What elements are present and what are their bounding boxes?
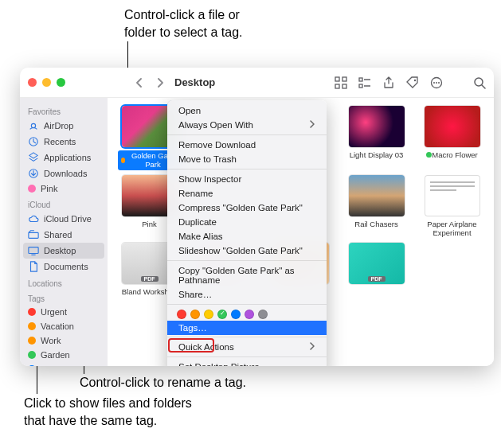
chevron-right-icon — [309, 342, 315, 352]
sidebar-tag-item[interactable]: Weekend — [20, 362, 108, 366]
svg-point-10 — [433, 82, 435, 84]
tag-color-option[interactable] — [258, 310, 268, 319]
context-menu-item[interactable]: Compress "Golden Gate Park" — [167, 201, 327, 215]
chevron-right-icon — [309, 120, 315, 130]
minimize-button[interactable] — [42, 78, 51, 87]
file-label: Light Display 03 — [350, 150, 404, 159]
close-button[interactable] — [28, 78, 37, 87]
svg-rect-2 — [335, 84, 339, 88]
context-menu-item[interactable]: Set Desktop Picture — [167, 360, 327, 366]
sidebar-section-title: Locations — [20, 275, 108, 290]
context-menu-item-label: Set Desktop Picture — [178, 362, 260, 366]
share-button[interactable] — [382, 76, 395, 89]
group-button[interactable] — [358, 76, 371, 89]
svg-rect-19 — [29, 247, 38, 254]
app-icon — [28, 152, 39, 163]
file-label: Macro Flower — [426, 150, 478, 159]
sidebar-item[interactable]: Shared — [20, 227, 108, 243]
finder-window: Desktop FavoritesAirDropRecentsApplicati… — [20, 68, 494, 366]
sidebar-item[interactable]: AirDrop — [20, 118, 108, 134]
sidebar-item[interactable]: Desktop — [23, 243, 104, 259]
shared-icon — [28, 229, 39, 240]
context-menu-item[interactable]: Always Open With — [167, 118, 327, 132]
sidebar-item[interactable]: Downloads — [20, 166, 108, 181]
sidebar-tag-item[interactable]: Vacation — [20, 319, 108, 333]
tag-color-option[interactable] — [204, 310, 213, 319]
context-menu-item[interactable]: Rename — [167, 186, 327, 201]
sidebar-item[interactable]: Applications — [20, 150, 108, 166]
file-item[interactable]: Light Display 03 — [341, 106, 412, 170]
file-thumbnail — [349, 175, 405, 216]
context-menu-item[interactable]: Show Inspector — [167, 172, 327, 186]
sidebar-tag-item[interactable]: Work — [20, 333, 108, 348]
context-menu-item[interactable]: Quick Actions — [167, 340, 327, 354]
context-menu-item[interactable]: Share… — [167, 287, 327, 302]
download-icon — [28, 168, 39, 179]
context-menu-item[interactable]: Open — [167, 103, 327, 118]
sidebar-item-label: Recents — [44, 137, 76, 146]
tags-button[interactable] — [406, 76, 419, 89]
context-menu-separator — [167, 337, 327, 337]
sidebar-item-label: Desktop — [44, 246, 76, 255]
svg-point-11 — [436, 82, 437, 84]
sidebar-item[interactable]: Documents — [20, 259, 108, 275]
sidebar-item[interactable]: iCloud Drive — [20, 211, 108, 227]
tag-dot-icon — [28, 365, 36, 366]
sidebar-tag-item[interactable]: Pink — [20, 181, 108, 196]
file-thumbnail — [425, 106, 480, 147]
pdf-badge: PDF — [141, 276, 159, 282]
sidebar-tag-item[interactable]: Urgent — [20, 305, 108, 319]
context-menu-item-label: Compress "Golden Gate Park" — [178, 203, 303, 212]
context-menu-item[interactable]: Remove Download — [167, 138, 327, 152]
maximize-button[interactable] — [57, 78, 65, 87]
context-menu-item-label: Always Open With — [178, 120, 253, 130]
context-menu-item-label: Show Inspector — [178, 174, 241, 184]
file-thumbnail — [349, 106, 405, 147]
sidebar-item-label: Shared — [44, 230, 72, 240]
svg-rect-18 — [29, 232, 38, 238]
tag-dot-icon — [28, 322, 36, 330]
annotation-bottom: Click to show files and folders that hav… — [24, 395, 192, 429]
tag-color-option[interactable] — [231, 310, 241, 319]
search-button[interactable] — [473, 76, 486, 89]
context-menu-item[interactable]: Move to Trash — [167, 152, 327, 166]
tag-color-option[interactable] — [245, 310, 254, 319]
sidebar-item-label: Weekend — [41, 364, 77, 366]
doc-icon — [28, 261, 39, 272]
action-button[interactable] — [430, 76, 443, 89]
annotation-mid: Control-click to rename a tag. — [80, 374, 246, 392]
context-menu-separator — [167, 260, 327, 261]
tag-dot-icon — [121, 158, 126, 163]
tag-color-option[interactable] — [217, 310, 227, 319]
window-controls — [28, 78, 65, 87]
svg-point-15 — [31, 123, 35, 127]
titlebar: Desktop — [20, 68, 494, 98]
file-item[interactable]: PDF — [341, 243, 412, 296]
back-button[interactable] — [135, 78, 144, 88]
sidebar-item[interactable]: Recents — [20, 134, 108, 150]
context-menu-item[interactable]: Copy "Golden Gate Park" as Pathname — [167, 263, 327, 287]
context-menu-item[interactable]: Tags… — [167, 321, 327, 335]
forward-button[interactable] — [155, 78, 165, 88]
tag-dot-icon — [28, 308, 36, 316]
tag-dot-icon — [28, 185, 36, 193]
sidebar-item-label: Applications — [44, 153, 91, 162]
view-icon-button[interactable] — [335, 76, 347, 89]
file-item[interactable]: Paper Airplane Experiment — [417, 175, 487, 238]
sidebar-item-label: Urgent — [41, 307, 67, 317]
file-thumbnail — [425, 175, 480, 216]
sidebar-item-label: AirDrop — [44, 121, 73, 131]
cloud-icon — [28, 213, 39, 224]
context-menu-item-label: Remove Download — [178, 140, 256, 150]
tag-color-option[interactable] — [177, 310, 186, 319]
context-menu-item[interactable]: Make Alias — [167, 229, 327, 243]
sidebar-tag-item[interactable]: Garden — [20, 348, 108, 362]
file-item[interactable]: Rail Chasers — [341, 175, 412, 238]
svg-rect-6 — [359, 84, 362, 88]
desktop-icon — [28, 245, 39, 256]
context-menu-item[interactable]: Duplicate — [167, 215, 327, 229]
svg-rect-1 — [342, 77, 346, 81]
context-menu-item[interactable]: Slideshow "Golden Gate Park" — [167, 243, 327, 258]
file-item[interactable]: Macro Flower — [417, 106, 487, 170]
tag-color-option[interactable] — [190, 310, 200, 319]
